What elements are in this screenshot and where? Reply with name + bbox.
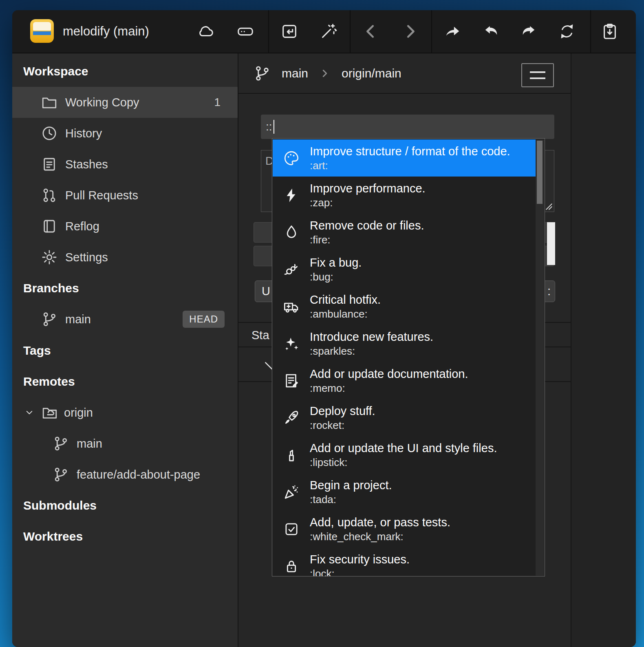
sidebar-header-worktrees[interactable]: Worktrees [12,521,238,552]
gitmoji-option-zap[interactable]: Improve performance.:zap: [273,177,536,214]
gitmoji-option-white-check-mark[interactable]: Add, update, or pass tests.:white_check_… [273,510,536,548]
current-branch-label[interactable]: main [282,66,308,80]
undo-icon[interactable] [481,21,502,42]
head-badge: HEAD [183,311,225,328]
staged-files-header: Sta [251,325,269,345]
gitmoji-label: Critical hotfix. [310,292,381,307]
gitmoji-code: :tada: [310,493,392,506]
lock-icon [283,558,300,575]
sidebar-item-origin-feature-branch[interactable]: feature/add-about-page [12,459,238,490]
sidebar-item-remote-origin[interactable]: origin [12,397,238,428]
gitmoji-code: :rocket: [310,419,375,432]
gitmoji-option-memo[interactable]: Add or update documentation.:memo: [273,362,536,399]
sidebar-item-history[interactable]: History [12,118,238,149]
rocket-icon [283,409,300,426]
gitmoji-option-sparkles[interactable]: Introduce new features.:sparkles: [273,325,536,362]
gitmoji-label: Fix a bug. [310,255,362,270]
gitmoji-label: Begin a project. [310,478,392,493]
palette-icon [283,150,300,167]
clipboard-download-icon[interactable] [600,21,620,42]
magic-wand-icon[interactable] [318,21,339,42]
gitmoji-code: :fire: [310,233,424,247]
clock-icon [41,125,58,142]
gitmoji-label: Remove code or files. [310,218,424,233]
gitmoji-option-art[interactable]: Improve structure / format of the code.:… [273,139,536,177]
sparkles-icon [283,335,300,352]
gitmoji-label: Improve performance. [310,181,426,196]
gitmoji-option-tada[interactable]: Begin a project.:tada: [273,473,536,510]
sidebar-header-submodules[interactable]: Submodules [12,490,238,521]
commit-summary-input[interactable]: :: [261,115,554,139]
sidebar-item-branch-main[interactable]: main HEAD [12,304,238,335]
back-icon[interactable] [361,21,381,42]
sidebar-item-label: Pull Requests [65,189,138,202]
gitmoji-option-rocket[interactable]: Deploy stuff.:rocket: [273,399,536,436]
sidebar-header-remotes[interactable]: Remotes [12,366,238,397]
branch-icon [253,64,271,82]
open-repo-icon[interactable] [279,21,300,42]
dropdown-scrollbar-track[interactable] [536,139,544,576]
forward-icon[interactable] [400,21,420,42]
menu-button[interactable] [521,63,554,87]
chevron-down-icon[interactable] [23,406,35,419]
sidebar-item-reflog[interactable]: Reflog [12,211,238,242]
gitmoji-option-fire[interactable]: Remove code or files.:fire: [273,214,536,251]
cloud-folder-icon [41,404,58,421]
gitmoji-code: :bug: [310,270,362,284]
sidebar-item-working-copy[interactable]: Working Copy 1 [12,87,238,118]
branch-bar: main origin/main [238,53,571,94]
sidebar-item-label: Stashes [65,158,108,171]
sidebar-item-pull-requests[interactable]: Pull Requests [12,180,238,211]
hamburger-icon [530,71,545,73]
sidebar-header-workspace[interactable]: Workspace [12,56,238,87]
sidebar-header-branches[interactable]: Branches [12,273,238,304]
working-copy-count-badge: 1 [214,96,221,109]
gitmoji-label: Deploy stuff. [310,404,375,419]
commit-summary-value: :: [266,120,272,133]
zap-icon [283,187,300,204]
cloud-icon[interactable] [196,21,216,42]
gear-icon [41,249,58,266]
gitmoji-code: :white_check_mark: [310,530,450,543]
bug-icon [283,261,300,278]
sidebar-header-tags[interactable]: Tags [12,335,238,366]
sync-icon[interactable] [557,21,577,42]
pull-request-icon [41,187,58,204]
dropdown-scrollbar-thumb[interactable] [537,141,543,204]
drive-icon[interactable] [235,21,256,42]
folder-icon [41,94,58,111]
gitmoji-label: Improve structure / format of the code. [310,144,510,159]
gitmoji-code: :zap: [310,196,426,210]
gitmoji-label: Add or update documentation. [310,367,468,382]
redo-icon[interactable] [518,21,538,42]
titlebar: melodify (main) [12,10,636,53]
button-label: : [547,285,551,298]
tada-icon [283,484,300,501]
stash-note-icon [41,156,58,173]
gitmoji-label: Add or update the UI and style files. [310,441,497,456]
memo-icon [283,372,300,389]
sidebar-item-stashes[interactable]: Stashes [12,149,238,180]
scrollbar-stub[interactable] [547,222,555,265]
branch-icon [52,466,69,483]
sidebar-item-label: main [65,313,91,326]
app-window: melodify (main) [12,10,636,647]
gitmoji-code: :lipstick: [310,456,497,469]
gitmoji-option-lipstick[interactable]: Add or update the UI and style files.:li… [273,436,536,473]
gitmoji-label: Introduce new features. [310,329,433,344]
share-icon[interactable] [442,21,463,42]
gitmoji-code: :ambulance: [310,307,381,321]
gitmoji-option-lock[interactable]: Fix security issues.:lock: [273,548,536,576]
hamburger-icon [530,77,545,79]
resize-grip-icon[interactable] [545,203,553,210]
upstream-branch-label[interactable]: origin/main [342,66,401,80]
check-square-icon [283,521,300,538]
gitmoji-option-bug[interactable]: Fix a bug.:bug: [273,251,536,288]
ambulance-icon [283,298,300,315]
sidebar-item-settings[interactable]: Settings [12,242,238,273]
journal-icon [41,218,58,235]
gitmoji-option-ambulance[interactable]: Critical hotfix.:ambulance: [273,288,536,325]
sidebar-item-origin-main[interactable]: main [12,428,238,459]
branch-icon [41,311,58,328]
gitmoji-label: Fix security issues. [310,552,410,567]
